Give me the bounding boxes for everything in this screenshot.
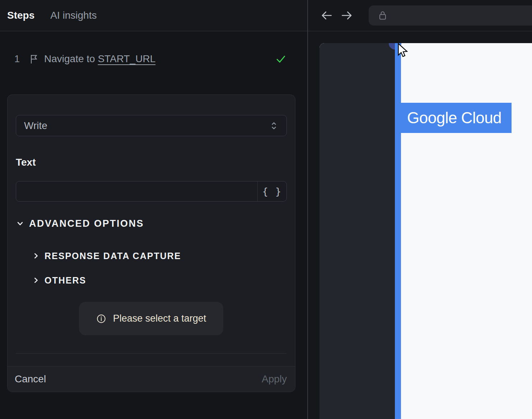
back-button[interactable] <box>320 9 333 22</box>
webpage-dark-sidebar[interactable] <box>319 43 395 419</box>
flag-icon <box>29 54 39 64</box>
panel-tabbar: Steps AI insights <box>0 0 308 31</box>
footer-divider <box>16 353 287 354</box>
step-editor-panel: Steps AI insights 1 Navigate to START_UR… <box>0 0 308 419</box>
check-icon <box>275 53 286 65</box>
lock-icon <box>377 10 388 21</box>
start-url-link[interactable]: START_URL <box>98 53 155 64</box>
action-type-value: Write <box>24 120 47 132</box>
advanced-options-label: ADVANCED OPTIONS <box>29 218 144 229</box>
action-type-select[interactable]: Write <box>16 115 287 136</box>
others-label: OTHERS <box>45 275 86 286</box>
insert-variable-button[interactable]: { } <box>257 181 286 201</box>
info-icon <box>96 314 106 324</box>
cancel-button[interactable]: Cancel <box>15 373 46 385</box>
step-row[interactable]: 1 Navigate to START_URL <box>0 50 308 68</box>
chevron-right-icon <box>32 252 40 260</box>
tab-ai-insights[interactable]: AI insights <box>50 10 97 21</box>
text-field-label: Text <box>16 157 36 168</box>
select-target-notice-text: Please select a target <box>113 313 206 324</box>
response-data-capture-label: RESPONSE DATA CAPTURE <box>45 251 181 261</box>
element-highlight-strip <box>395 43 401 419</box>
chevron-right-icon <box>32 276 40 284</box>
step-config-card: Write Text { } ADVANCED OPTIONS <box>7 95 295 392</box>
others-toggle[interactable]: OTHERS <box>32 275 86 286</box>
card-footer: Cancel Apply <box>8 366 295 392</box>
apply-button[interactable]: Apply <box>262 373 287 385</box>
chevron-down-icon <box>16 219 24 228</box>
step-title: Navigate to START_URL <box>44 53 155 65</box>
highlighted-element-label: Google Cloud <box>407 109 501 127</box>
browser-toolbar <box>308 0 532 31</box>
highlighted-element[interactable]: Google Cloud <box>401 103 512 133</box>
rendered-webpage[interactable]: Google Cloud <box>319 43 532 419</box>
tab-steps[interactable]: Steps <box>7 10 34 21</box>
text-input-group: { } <box>16 181 287 202</box>
forward-button[interactable] <box>340 9 353 22</box>
response-data-capture-toggle[interactable]: RESPONSE DATA CAPTURE <box>32 250 181 262</box>
step-title-text: Navigate to <box>44 53 98 64</box>
address-bar[interactable] <box>369 5 532 26</box>
advanced-options-toggle[interactable]: ADVANCED OPTIONS <box>16 217 144 230</box>
text-input[interactable] <box>16 181 257 201</box>
mouse-cursor-icon <box>396 43 410 59</box>
step-number: 1 <box>14 54 20 65</box>
select-target-notice: Please select a target <box>79 302 223 335</box>
chevron-up-down-icon <box>269 121 279 130</box>
browser-preview-pane: Google Cloud <box>308 0 532 419</box>
